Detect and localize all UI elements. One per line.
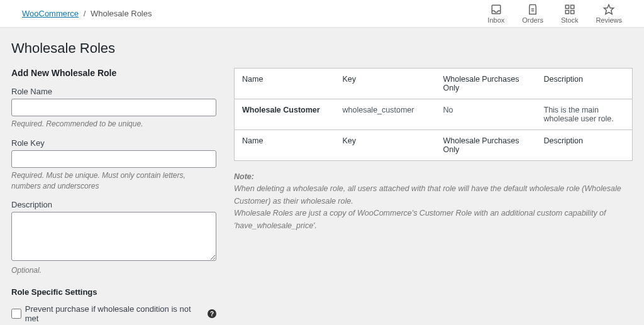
orders-icon <box>527 4 538 15</box>
note-line-1: When deleting a wholesale role, all user… <box>234 183 633 207</box>
cell-desc: This is the main wholesale user role. <box>536 99 633 130</box>
description-hint: Optional. <box>11 265 216 276</box>
role-key-input[interactable] <box>11 150 216 168</box>
description-label: Description <box>11 200 216 209</box>
inbox-button[interactable]: Inbox <box>487 4 504 24</box>
role-key-hint: Required. Must be unique. Must only cont… <box>11 170 216 192</box>
inbox-icon <box>491 4 502 15</box>
tf-wpo[interactable]: Wholesale Purchases Only <box>436 130 536 161</box>
table-row[interactable]: Wholesale Customer wholesale_customer No… <box>235 99 633 130</box>
reviews-button[interactable]: Reviews <box>596 4 622 24</box>
table-footer-row: Name Key Wholesale Purchases Only Descri… <box>235 130 633 161</box>
svg-rect-1 <box>565 5 569 8</box>
role-name-label: Role Name <box>11 87 216 96</box>
svg-marker-5 <box>604 4 614 14</box>
role-name-hint: Required. Recommended to be unique. <box>11 119 216 129</box>
reviews-icon <box>603 4 614 15</box>
stock-label: Stock <box>561 16 579 24</box>
stock-icon <box>564 4 575 15</box>
prevent-purchase-label: Prevent purchase if wholesale condition … <box>25 304 204 323</box>
role-name-input[interactable] <box>11 99 216 116</box>
cell-wpo: No <box>436 99 536 130</box>
th-name[interactable]: Name <box>235 69 335 99</box>
tf-desc[interactable]: Description <box>536 130 633 161</box>
tf-key[interactable]: Key <box>335 130 436 161</box>
prevent-purchase-checkbox[interactable] <box>11 309 21 319</box>
breadcrumb: WooCommerce / Wholesale Roles <box>22 9 152 18</box>
th-desc[interactable]: Description <box>536 69 633 99</box>
svg-rect-4 <box>570 10 574 13</box>
form-heading: Add New Wholesale Role <box>11 68 216 78</box>
role-settings-heading: Role Specific Settings <box>11 287 216 297</box>
note-block: Note: When deleting a wholesale role, al… <box>234 171 633 232</box>
orders-button[interactable]: Orders <box>522 4 543 24</box>
roles-table: Name Key Wholesale Purchases Only Descri… <box>234 68 633 161</box>
description-input[interactable] <box>11 212 216 261</box>
table-column: Name Key Wholesale Purchases Only Descri… <box>234 68 633 325</box>
stock-button[interactable]: Stock <box>561 4 579 24</box>
prevent-purchase-row: Prevent purchase if wholesale condition … <box>11 304 216 323</box>
help-icon[interactable]: ? <box>208 309 216 318</box>
tf-name[interactable]: Name <box>235 130 335 161</box>
breadcrumb-current: Wholesale Roles <box>91 9 152 18</box>
breadcrumb-separator: / <box>84 9 86 18</box>
top-bar: WooCommerce / Wholesale Roles Inbox Orde… <box>0 0 644 28</box>
reviews-label: Reviews <box>596 16 622 24</box>
role-name-group: Role Name Required. Recommended to be un… <box>11 87 216 129</box>
breadcrumb-root-link[interactable]: WooCommerce <box>22 9 79 18</box>
th-wpo[interactable]: Wholesale Purchases Only <box>436 69 536 99</box>
inbox-label: Inbox <box>487 16 504 24</box>
note-line-2: Wholesale Roles are just a copy of WooCo… <box>234 207 633 232</box>
cell-name: Wholesale Customer <box>235 99 335 130</box>
th-key[interactable]: Key <box>335 69 436 99</box>
layout: Add New Wholesale Role Role Name Require… <box>11 68 633 325</box>
description-group: Description Optional. <box>11 200 216 276</box>
note-title: Note: <box>234 171 633 183</box>
orders-label: Orders <box>522 16 543 24</box>
top-actions: Inbox Orders Stock Reviews <box>487 4 622 24</box>
table-header-row: Name Key Wholesale Purchases Only Descri… <box>235 69 633 99</box>
svg-rect-3 <box>565 10 569 13</box>
cell-key: wholesale_customer <box>335 99 436 130</box>
role-key-group: Role Key Required. Must be unique. Must … <box>11 138 216 192</box>
page-title: Wholesale Roles <box>11 40 633 57</box>
form-column: Add New Wholesale Role Role Name Require… <box>11 68 216 325</box>
svg-rect-2 <box>570 5 574 8</box>
content: Wholesale Roles Add New Wholesale Role R… <box>0 28 644 325</box>
role-key-label: Role Key <box>11 138 216 148</box>
